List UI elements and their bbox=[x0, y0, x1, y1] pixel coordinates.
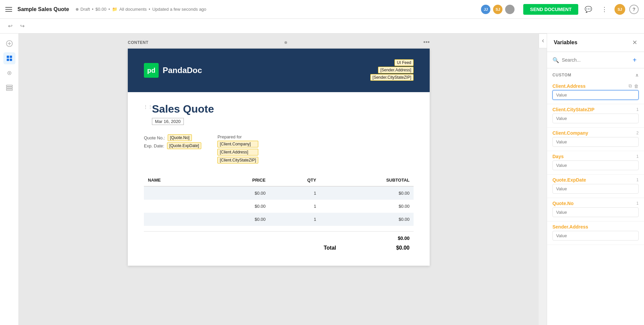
status-dot bbox=[76, 8, 78, 11]
custom-section-header[interactable]: CUSTOM ∧ bbox=[547, 68, 644, 80]
document-meta-section: Quote No.: [Quote.No] Exp. Date: [Quote.… bbox=[144, 134, 414, 164]
total-value: $0.00 bbox=[396, 245, 410, 251]
col-name: NAME bbox=[144, 174, 206, 186]
variable-item: Client.Company 2 bbox=[547, 128, 644, 151]
svg-rect-6 bbox=[10, 59, 12, 61]
help-button[interactable]: ? bbox=[629, 5, 639, 14]
avatar-sj: SJ bbox=[492, 4, 503, 15]
subtotal-value: $0.00 bbox=[398, 236, 410, 241]
variable-header: Client.Company 2 bbox=[552, 130, 639, 136]
custom-chevron-icon: ∧ bbox=[635, 72, 639, 78]
delete-variable-button[interactable]: 🗑 bbox=[634, 83, 639, 89]
main-content: CONTENT ••• pd PandaDoc UI Feed [Sender.… bbox=[0, 34, 644, 325]
cell-price: $0.00 bbox=[206, 200, 270, 213]
sidebar-icon-style[interactable] bbox=[3, 67, 15, 79]
sender-address-tag[interactable]: [Sender.Address] bbox=[378, 67, 414, 73]
variable-name: Days bbox=[552, 154, 564, 159]
variable-value-input[interactable] bbox=[552, 114, 639, 123]
variable-name: Client.CityStateZIP bbox=[552, 107, 594, 112]
variable-value-input[interactable] bbox=[552, 207, 639, 217]
client-citystate-tag[interactable]: [Client.CityStateZIP] bbox=[217, 157, 258, 164]
cell-subtotal: $0.00 bbox=[320, 213, 414, 226]
left-sidebar bbox=[0, 34, 19, 325]
more-options-button[interactable]: ⋮ bbox=[598, 3, 610, 15]
variable-item: Sender.Address bbox=[547, 221, 644, 245]
document-paper: pd PandaDoc UI Feed [Sender.Address] [Se… bbox=[128, 49, 430, 266]
variable-value-input[interactable] bbox=[552, 160, 639, 170]
svg-point-8 bbox=[9, 72, 10, 74]
variable-item: Days 1 bbox=[547, 151, 644, 175]
drag-handle[interactable]: ⋮⋮ bbox=[144, 103, 152, 111]
copy-variable-button[interactable]: ⧉ bbox=[629, 83, 632, 89]
cell-name bbox=[144, 186, 206, 200]
toolbar-dot bbox=[284, 41, 287, 44]
line-items-table: NAME PRICE QTY SUBTOTAL $0.00 1 $0.00 $0… bbox=[144, 174, 414, 226]
svg-rect-4 bbox=[10, 56, 12, 58]
panel-expand-button[interactable] bbox=[539, 34, 547, 48]
avatar-extra bbox=[504, 4, 515, 15]
variable-count: 1 bbox=[636, 201, 639, 206]
ui-feed-tag[interactable]: UI Feed bbox=[394, 59, 414, 66]
quote-no-label: Quote No.: bbox=[144, 135, 165, 140]
panel-title: Variables bbox=[554, 40, 577, 46]
undo-button[interactable]: ↩ bbox=[5, 21, 15, 31]
location-label: All documents bbox=[119, 7, 147, 12]
svg-rect-11 bbox=[6, 89, 12, 90]
variable-name: Client.Address bbox=[552, 83, 586, 89]
variable-item: Client.Address ⧉ 🗑 bbox=[547, 80, 644, 104]
col-subtotal: SUBTOTAL bbox=[320, 174, 414, 186]
panel-header: Variables ✕ bbox=[547, 34, 644, 52]
quote-no-value[interactable]: [Quote.No] bbox=[168, 134, 192, 141]
document-meta: Draft • $0.00 • 📁 All documents • Update… bbox=[76, 7, 206, 12]
exp-date-label: Exp. Date: bbox=[144, 143, 164, 148]
chat-icon-button[interactable]: 💬 bbox=[582, 3, 594, 15]
document-title: Sample Sales Quote bbox=[17, 6, 69, 12]
svg-rect-3 bbox=[7, 56, 9, 58]
custom-section-label: CUSTOM bbox=[552, 73, 572, 77]
variable-header: Client.CityStateZIP 1 bbox=[552, 107, 639, 112]
content-toolbar: CONTENT ••• bbox=[128, 39, 430, 46]
svg-rect-5 bbox=[7, 59, 9, 61]
document-area: CONTENT ••• pd PandaDoc UI Feed [Sender.… bbox=[19, 34, 539, 325]
sidebar-icon-grid[interactable] bbox=[3, 82, 15, 94]
variable-value-input[interactable] bbox=[552, 90, 639, 100]
table-row: $0.00 1 $0.00 bbox=[144, 186, 414, 200]
variables-list: CUSTOM ∧ Client.Address ⧉ 🗑 Client.CityS… bbox=[547, 68, 644, 325]
variables-container: Client.Address ⧉ 🗑 Client.CityStateZIP 1… bbox=[547, 80, 644, 245]
variable-value-input[interactable] bbox=[552, 137, 639, 147]
document-toolbar: ↩ ↪ bbox=[0, 19, 644, 34]
client-company-tag[interactable]: [Client.Company] bbox=[217, 141, 258, 147]
pd-icon: pd bbox=[144, 63, 159, 78]
variable-header: Days 1 bbox=[552, 154, 639, 159]
hamburger-menu[interactable] bbox=[5, 5, 13, 13]
variable-count: 2 bbox=[636, 131, 639, 135]
prepared-for-label: Prepared for bbox=[217, 134, 258, 139]
variable-item: Client.CityStateZIP 1 bbox=[547, 104, 644, 128]
quote-info-col: Quote No.: [Quote.No] Exp. Date: [Quote.… bbox=[144, 134, 201, 164]
sidebar-icon-variables[interactable] bbox=[3, 52, 15, 64]
variable-count: 1 bbox=[636, 178, 639, 182]
client-address-tag[interactable]: [Client.Address] bbox=[217, 149, 258, 155]
variables-panel: Variables ✕ 🔍 + CUSTOM ∧ Client.Address … bbox=[547, 34, 644, 325]
variable-value-input[interactable] bbox=[552, 231, 639, 241]
exp-date-value[interactable]: [Quote.ExpDate] bbox=[167, 142, 202, 149]
cell-name bbox=[144, 213, 206, 226]
variable-count: 1 bbox=[636, 154, 639, 159]
content-more-button[interactable]: ••• bbox=[423, 39, 430, 46]
sender-citystate-tag[interactable]: [Sender.CityStateZIP] bbox=[370, 74, 414, 81]
variable-value-input[interactable] bbox=[552, 184, 639, 194]
variable-count: 1 bbox=[636, 107, 639, 112]
variable-header: Quote.ExpDate 1 bbox=[552, 177, 639, 183]
user-avatar[interactable]: SJ bbox=[614, 4, 625, 15]
add-variable-button[interactable]: + bbox=[631, 56, 639, 64]
sidebar-icon-add[interactable] bbox=[3, 38, 15, 50]
document-header: pd PandaDoc UI Feed [Sender.Address] [Se… bbox=[128, 49, 430, 92]
header-right-content: UI Feed [Sender.Address] [Sender.CitySta… bbox=[370, 59, 414, 81]
search-input[interactable] bbox=[562, 57, 628, 63]
variable-name: Quote.ExpDate bbox=[552, 177, 586, 183]
cell-subtotal: $0.00 bbox=[320, 200, 414, 213]
send-document-button[interactable]: SEND DOCUMENT bbox=[523, 4, 578, 15]
status-badge: Draft bbox=[80, 7, 90, 12]
panel-close-button[interactable]: ✕ bbox=[632, 39, 637, 46]
redo-button[interactable]: ↪ bbox=[17, 21, 27, 31]
